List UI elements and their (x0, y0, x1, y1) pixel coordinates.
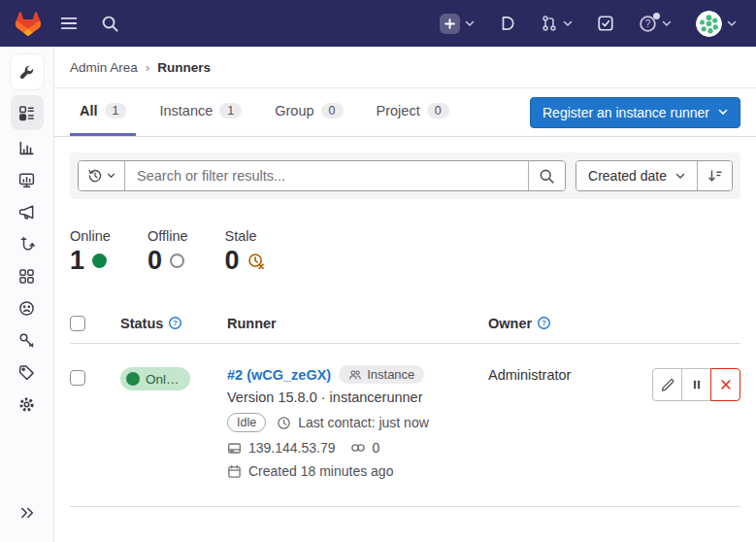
tab-group[interactable]: Group 0 (265, 88, 352, 136)
runner-type-badge: Instance (339, 365, 424, 384)
runners-table: Status ? Runner Owner ? (70, 303, 740, 507)
history-icon (87, 168, 103, 184)
sidebar-item-settings[interactable] (11, 389, 44, 421)
chevron-down-icon (718, 109, 728, 116)
tab-group-count: 0 (321, 103, 344, 119)
apps-grid-icon (18, 268, 35, 285)
search-submit-button[interactable] (528, 161, 565, 190)
help-menu[interactable]: ? (635, 11, 675, 37)
tab-project-count: 0 (427, 103, 449, 119)
tab-all[interactable]: All 1 (70, 88, 136, 136)
chevron-down-icon (675, 173, 685, 180)
stat-offline: Offline 0 (148, 228, 188, 276)
calendar-icon (227, 464, 242, 479)
sort-controls: Created date (575, 160, 733, 191)
people-icon (348, 368, 362, 382)
avatar (696, 11, 722, 37)
owner-help-icon[interactable]: ? (537, 316, 551, 330)
sort-by-dropdown[interactable]: Created date (576, 161, 697, 190)
chevron-down-icon (465, 20, 475, 27)
runner-stats: Online 1 Offline 0 Stale 0 (70, 228, 740, 276)
sidebar-item-monitoring[interactable] (11, 164, 44, 196)
link-icon (350, 441, 366, 455)
last-contact: Last contact: just now (298, 415, 429, 430)
issues-icon[interactable] (495, 11, 520, 36)
frown-face-icon (18, 300, 35, 317)
tab-instance[interactable]: Instance 1 (149, 88, 251, 136)
tab-all-count: 1 (105, 103, 127, 119)
runner-link[interactable]: #2 (wCG_zeGX) (227, 367, 331, 383)
sort-direction-button[interactable] (697, 161, 732, 190)
filtered-search (78, 160, 566, 191)
sidebar-item-deploy-keys[interactable] (11, 324, 44, 356)
topbar: ? (0, 0, 756, 47)
runner-row: Online #2 (wCG_zeGX) Instance Version 15… (70, 344, 740, 507)
created-ago: Created 18 minutes ago (248, 463, 393, 479)
runner-owner: Administrator (488, 367, 571, 383)
bar-chart-icon (18, 140, 35, 156)
wrench-icon (18, 64, 35, 81)
sidebar-item-overview[interactable] (11, 95, 44, 130)
runner-ip: 139.144.53.79 (248, 440, 336, 456)
jobs-count: 0 (373, 440, 380, 456)
select-all-checkbox[interactable] (70, 316, 85, 331)
plus-icon (440, 14, 460, 34)
status-help-icon[interactable]: ? (168, 316, 182, 330)
double-chevron-right-icon (19, 505, 35, 521)
stat-stale: Stale 0 (225, 228, 265, 276)
merge-requests-menu[interactable] (537, 11, 576, 36)
stale-clock-x-icon (247, 253, 265, 270)
offline-count: 0 (148, 246, 162, 276)
hamburger-menu-icon[interactable] (54, 11, 83, 36)
breadcrumb-current: Runners (157, 60, 211, 75)
online-dot-icon (126, 372, 140, 386)
gear-icon (18, 396, 35, 413)
online-count: 1 (70, 246, 84, 276)
sidebar-item-labels[interactable] (11, 356, 44, 389)
status-badge: Online (120, 367, 190, 390)
sidebar-item-abuse-reports[interactable] (11, 292, 44, 324)
pencil-icon (660, 378, 674, 392)
close-icon (719, 378, 733, 391)
hook-icon (18, 236, 35, 253)
runner-version: Version 15.8.0 · instancerunner (227, 390, 488, 405)
pause-runner-button[interactable] (681, 368, 711, 401)
chevron-down-icon (563, 20, 573, 27)
sidebar-item-admin-area[interactable] (11, 54, 44, 89)
idle-badge: Idle (227, 413, 266, 432)
host-icon (227, 441, 242, 456)
row-checkbox[interactable] (70, 370, 85, 386)
search-input[interactable] (125, 161, 528, 190)
breadcrumb-admin-area[interactable]: Admin Area (70, 60, 138, 75)
notification-dot (653, 13, 660, 19)
sort-descending-icon (707, 168, 723, 184)
sidebar-collapse-button[interactable] (11, 496, 44, 528)
search-icon[interactable] (97, 11, 123, 37)
register-instance-runner-button[interactable]: Register an instance runner (530, 97, 740, 128)
overview-grid-icon (18, 105, 35, 121)
sidebar-item-analytics[interactable] (11, 132, 44, 164)
svg-text:?: ? (542, 319, 546, 327)
svg-text:?: ? (173, 319, 178, 327)
tab-project[interactable]: Project 0 (367, 88, 459, 136)
online-status-icon (92, 254, 107, 268)
offline-status-icon (170, 254, 184, 268)
sidebar-item-messages[interactable] (11, 196, 44, 228)
sidebar-item-system-hooks[interactable] (11, 228, 44, 260)
breadcrumb: Admin Area › Runners (54, 47, 756, 88)
merge-request-icon (541, 15, 558, 32)
search-history-dropdown[interactable] (79, 161, 125, 190)
create-new-menu[interactable] (436, 10, 478, 38)
magnifier-icon (539, 168, 555, 185)
gitlab-logo-icon[interactable] (16, 12, 41, 36)
admin-sidebar (0, 47, 54, 542)
header-runner: Runner (227, 316, 277, 331)
user-menu[interactable] (692, 7, 740, 41)
delete-runner-button[interactable] (710, 368, 740, 401)
edit-runner-button[interactable] (652, 368, 682, 401)
todos-icon[interactable] (593, 11, 618, 36)
sidebar-item-applications[interactable] (11, 260, 44, 292)
svg-text:?: ? (645, 18, 651, 29)
breadcrumb-separator: › (146, 60, 150, 75)
pause-icon (690, 378, 704, 391)
